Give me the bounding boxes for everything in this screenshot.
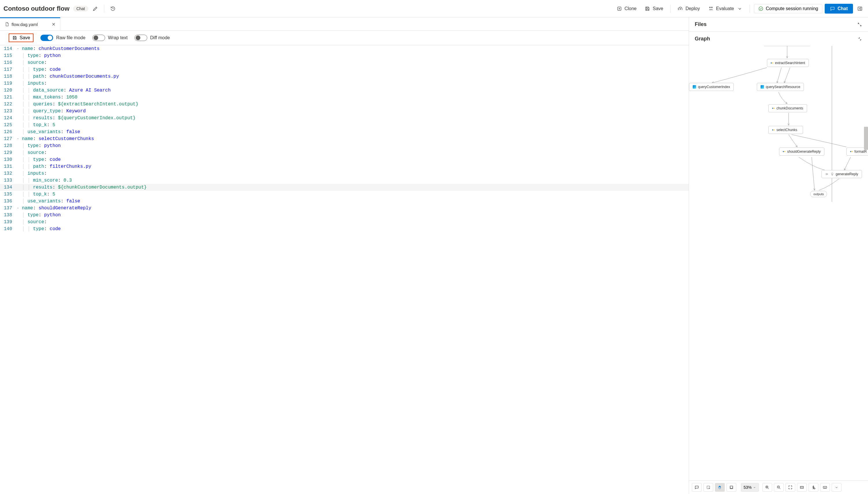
expand-icon[interactable] <box>857 22 862 27</box>
code-line[interactable]: 129 │ source: <box>0 149 689 156</box>
graph-more-button[interactable] <box>832 483 842 492</box>
gutter <box>15 177 21 184</box>
line-number: 120 <box>0 87 15 94</box>
graph-node-querySearchResource[interactable]: querySearchResource <box>757 83 804 91</box>
files-title: Files <box>695 21 706 27</box>
code-line[interactable]: 138 │ type: python <box>0 212 689 218</box>
azure-icon <box>693 85 696 89</box>
graph-zoom-in-button[interactable] <box>762 483 772 492</box>
svg-point-13 <box>814 488 815 489</box>
save-button-top[interactable]: Save <box>642 5 666 13</box>
save-button[interactable]: Save <box>9 34 34 42</box>
tab-flow-dag[interactable]: flow.dag.yaml ✕ <box>0 17 60 30</box>
graph-fit-button[interactable] <box>786 483 795 492</box>
code-line[interactable]: 117 │ │ type: code <box>0 66 689 73</box>
save-label: Save <box>20 35 30 40</box>
graph-node-generateReply[interactable]: generateReply <box>822 170 862 178</box>
graph-zoom-out-button[interactable] <box>774 483 784 492</box>
history-button[interactable] <box>108 4 117 13</box>
code-line[interactable]: 116 │ source: <box>0 59 689 66</box>
graph-actual-size-button[interactable] <box>797 483 807 492</box>
graph-zoom-level[interactable]: 53% <box>741 483 759 492</box>
code-line[interactable]: 119 │ inputs: <box>0 80 689 87</box>
code-line[interactable]: 120 │ │ data_source: Azure AI Search <box>0 87 689 94</box>
line-number: 131 <box>0 163 15 170</box>
graph-node-extractSearchIntent[interactable]: extractSearchIntent <box>767 59 809 67</box>
code-line[interactable]: 132 │ inputs: <box>0 170 689 177</box>
code-line[interactable]: 126 │ use_variants: false <box>0 129 689 135</box>
one-to-one-icon <box>799 485 804 490</box>
graph-node-outputs[interactable]: outputs <box>810 191 827 197</box>
code-line[interactable]: 136 │ use_variants: false <box>0 198 689 205</box>
code-content: │ │ top_k: 5 <box>21 191 55 198</box>
evaluate-button[interactable]: Evaluate <box>705 5 746 13</box>
code-content: │ │ type: code <box>21 226 61 232</box>
graph-panel-header[interactable]: Graph <box>689 32 868 46</box>
graph-node-shouldGenerateReply[interactable]: shouldGenerateReply <box>779 148 825 156</box>
collapse-icon[interactable] <box>857 37 862 41</box>
code-line[interactable]: 137-name: shouldGenerateReply <box>0 205 689 212</box>
line-number: 123 <box>0 108 15 115</box>
chat-icon <box>830 6 835 11</box>
deploy-button[interactable]: Deploy <box>675 5 703 13</box>
graph-pan-button[interactable] <box>715 483 725 492</box>
edit-name-button[interactable] <box>91 4 100 13</box>
code-line[interactable]: 121 │ │ max_tokens: 1050 <box>0 94 689 101</box>
code-line[interactable]: 134 │ │ results: ${chunkCustomerDocument… <box>0 184 689 191</box>
code-line[interactable]: 115 │ type: python <box>0 52 689 59</box>
code-line[interactable]: 139 │ source: <box>0 218 689 226</box>
graph-node-chunkDocuments[interactable]: chunkDocuments <box>768 104 807 112</box>
code-line[interactable]: 140 │ │ type: code <box>0 226 689 232</box>
code-line[interactable]: 114-name: chunkCustomerDocuments <box>0 45 689 52</box>
clone-button[interactable]: Clone <box>614 5 640 13</box>
code-line[interactable]: 135 │ │ top_k: 5 <box>0 191 689 198</box>
keyboard-icon <box>823 485 827 490</box>
diff-mode-toggle[interactable] <box>135 35 147 41</box>
graph-title: Graph <box>695 36 710 42</box>
files-panel-header[interactable]: Files <box>689 17 868 32</box>
code-content: │ │ max_tokens: 1050 <box>21 94 77 101</box>
code-line[interactable]: 125 │ │ top_k: 5 <box>0 121 689 129</box>
graph-node-selectChunks[interactable]: selectChunks <box>768 126 803 134</box>
raw-file-mode-toggle[interactable] <box>40 35 53 41</box>
code-line[interactable]: 131 │ │ path: filterChunks.py <box>0 163 689 170</box>
gutter <box>15 191 21 198</box>
gutter <box>15 52 21 59</box>
code-line[interactable]: 127-name: selectCustomerChunks <box>0 135 689 142</box>
line-number: 114 <box>0 45 15 52</box>
comment-icon <box>695 485 699 490</box>
gutter <box>15 59 21 66</box>
graph-keyboard-button[interactable] <box>820 483 830 492</box>
wrap-text-toggle[interactable] <box>92 35 105 41</box>
bolt-settings-icon <box>811 485 816 490</box>
code-line[interactable]: 130 │ │ type: code <box>0 156 689 163</box>
code-content: │ inputs: <box>21 80 47 87</box>
graph-canvas[interactable]: extractSearchIntent queryCustomerIndex q… <box>689 46 868 480</box>
node-label: querySearchResource <box>766 85 800 89</box>
line-number: 117 <box>0 66 15 73</box>
code-content: │ type: python <box>21 142 61 149</box>
line-number: 128 <box>0 142 15 149</box>
code-line[interactable]: 133 │ │ min_score: 0.3 <box>0 177 689 184</box>
gutter <box>15 115 21 121</box>
svg-point-3 <box>759 7 763 11</box>
graph-select-button[interactable] <box>703 483 713 492</box>
code-editor[interactable]: 114-name: chunkCustomerDocuments115 │ ty… <box>0 45 689 494</box>
graph-comment-button[interactable] <box>692 483 702 492</box>
code-line[interactable]: 122 │ │ queries: ${extractSearchIntent.o… <box>0 101 689 108</box>
code-line[interactable]: 118 │ │ path: chunkCustomerDocuments.py <box>0 73 689 80</box>
gutter <box>15 94 21 101</box>
expand-panel-button[interactable] <box>855 4 865 13</box>
close-tab-button[interactable]: ✕ <box>52 22 55 27</box>
graph-auto-layout-button[interactable] <box>809 483 818 492</box>
compute-session-button[interactable]: Compute session running <box>754 4 823 13</box>
graph-node-queryCustomerIndex[interactable]: queryCustomerIndex <box>689 83 734 91</box>
code-line[interactable]: 123 │ │ query_type: Keyword <box>0 108 689 115</box>
chat-button[interactable]: Chat <box>825 4 853 14</box>
graph-layout-button[interactable] <box>727 483 736 492</box>
code-line[interactable]: 128 │ type: python <box>0 142 689 149</box>
line-number: 135 <box>0 191 15 198</box>
code-line[interactable]: 124 │ │ results: ${queryCustomerIndex.ou… <box>0 115 689 121</box>
graph-vertical-scrollbar[interactable] <box>864 127 868 150</box>
zoom-in-icon <box>765 485 770 490</box>
